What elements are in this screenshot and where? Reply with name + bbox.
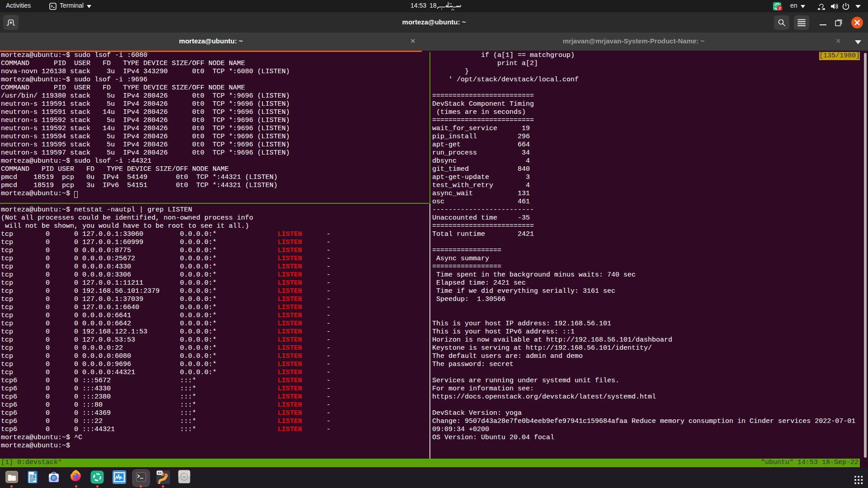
svg-text:64: 64 [158,471,162,475]
